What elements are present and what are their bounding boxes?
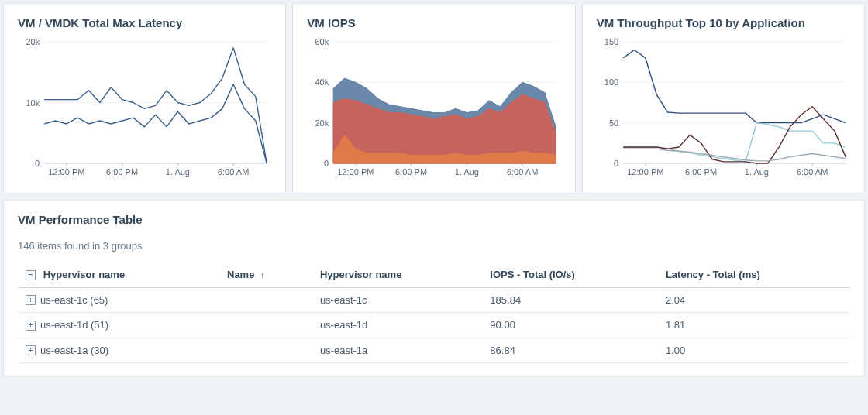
chart-card-iops: VM IOPS 020k40k60k12:00 PM6:00 PM1. Aug6… [292,3,575,194]
svg-text:12:00 PM: 12:00 PM [338,167,374,177]
expand-icon[interactable]: + [26,295,36,305]
svg-text:20k: 20k [26,37,40,46]
table-row[interactable]: +us-east-1a (30)us-east-1a86.841.00 [18,338,850,363]
table-title: VM Performance Table [18,213,850,226]
table-subtitle: 146 items found in 3 groups [18,240,850,252]
chart-title: VM IOPS [307,16,560,29]
row-iops: 185.84 [482,287,658,313]
svg-text:1. Aug: 1. Aug [455,167,479,177]
svg-text:6:00 PM: 6:00 PM [395,167,427,177]
row-hv: us-east-1c [312,287,482,313]
col-hypervisor-name-2[interactable]: Hypervisor name [312,262,482,287]
svg-text:12:00 PM: 12:00 PM [48,167,84,177]
svg-text:150: 150 [604,37,618,46]
chart-card-latency: VM / VMDK Total Max Latency 010k20k12:00… [3,3,286,194]
col-name[interactable]: Name ↑ [219,262,312,287]
row-iops: 86.84 [482,338,658,363]
row-label: us-east-1d (51) [40,319,108,331]
svg-text:1. Aug: 1. Aug [744,167,768,177]
svg-text:0: 0 [614,159,618,168]
expand-icon[interactable]: + [26,345,36,355]
row-hv: us-east-1d [312,313,482,338]
table-row[interactable]: +us-east-1c (65)us-east-1c185.842.04 [18,287,850,313]
table-row[interactable]: +us-east-1d (51)us-east-1d90.001.81 [18,313,850,338]
chart-latency[interactable]: 010k20k12:00 PM6:00 PM1. Aug6:00 AM [18,37,271,180]
charts-row: VM / VMDK Total Max Latency 010k20k12:00… [3,3,865,194]
svg-text:12:00 PM: 12:00 PM [627,167,663,177]
svg-text:0: 0 [35,159,40,168]
chart-title: VM / VMDK Total Max Latency [18,16,271,29]
row-lat: 1.00 [658,338,850,363]
row-name [219,287,312,313]
col-iops[interactable]: IOPS - Total (IO/s) [482,262,658,287]
svg-text:1. Aug: 1. Aug [166,167,190,177]
chart-card-throughput: VM Throughput Top 10 by Application 0501… [582,3,865,194]
svg-text:40k: 40k [315,77,329,87]
svg-text:6:00 AM: 6:00 AM [797,167,828,177]
expand-icon[interactable]: + [26,321,36,331]
row-hv: us-east-1a [312,338,482,363]
svg-text:6:00 AM: 6:00 AM [218,167,249,177]
svg-text:6:00 PM: 6:00 PM [106,167,138,177]
table-card: VM Performance Table 146 items found in … [3,200,865,376]
svg-text:6:00 PM: 6:00 PM [685,167,717,177]
col-hypervisor-name[interactable]: − Hypervisor name [18,262,219,287]
chart-title: VM Throughput Top 10 by Application [597,16,850,29]
svg-text:6:00 AM: 6:00 AM [507,167,538,177]
collapse-all-icon[interactable]: − [26,270,36,280]
table-header-row: − Hypervisor name Name ↑ Hypervisor name… [18,262,850,287]
row-name [219,338,312,363]
col-latency[interactable]: Latency - Total (ms) [658,262,850,287]
svg-text:60k: 60k [315,37,329,46]
svg-text:0: 0 [324,159,329,168]
svg-text:50: 50 [609,118,618,128]
row-name [219,313,312,338]
performance-table: − Hypervisor name Name ↑ Hypervisor name… [18,262,850,363]
chart-throughput[interactable]: 05010015012:00 PM6:00 PM1. Aug6:00 AM [597,37,850,180]
row-lat: 2.04 [658,287,850,313]
svg-text:100: 100 [604,77,618,87]
row-lat: 1.81 [658,313,850,338]
row-iops: 90.00 [482,313,658,338]
svg-text:20k: 20k [315,118,329,128]
row-label: us-east-1c (65) [40,294,108,306]
table-body: +us-east-1c (65)us-east-1c185.842.04+us-… [18,287,850,363]
sort-asc-icon: ↑ [260,270,265,280]
row-label: us-east-1a (30) [40,345,108,356]
svg-text:10k: 10k [26,98,40,108]
chart-iops[interactable]: 020k40k60k12:00 PM6:00 PM1. Aug6:00 AM [307,37,560,180]
